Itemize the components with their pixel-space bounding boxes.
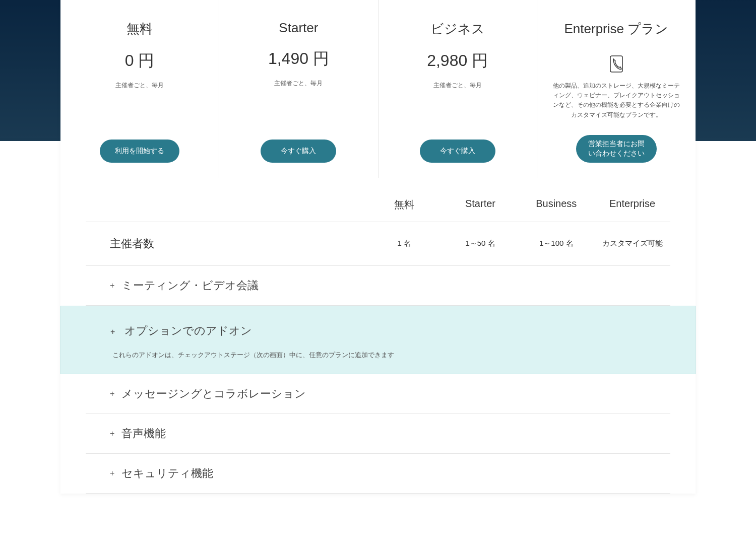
accordion-security[interactable]: + セキュリティ機能 <box>86 454 670 494</box>
plan-card-business: ビジネス 2,980 円 主催者ごと、毎月 今すぐ購入 <box>379 0 537 178</box>
compare-table: 無料 Starter Business Enterprise 主催者数 1 名 … <box>60 178 696 494</box>
compare-header-starter: Starter <box>443 198 519 212</box>
plan-price: 2,980 円 <box>427 50 488 72</box>
plan-card-free: 無料 0 円 主催者ごと、毎月 利用を開始する <box>60 0 219 178</box>
compare-value: 1～100 名 <box>518 239 594 248</box>
compare-value: 1～50 名 <box>443 239 519 248</box>
cta-buy-business[interactable]: 今すぐ購入 <box>420 140 495 163</box>
compare-row-label: 主催者数 <box>86 236 366 251</box>
compare-header-free: 無料 <box>366 198 443 212</box>
plus-icon: + <box>110 389 114 398</box>
accordion-title: ミーティング・ビデオ会議 <box>121 278 259 293</box>
plan-desc: 他の製品、追加のストレージ、大規模なミーティング、ウェビナー、ブレイクアウトセッ… <box>547 81 685 120</box>
cta-contact-sales[interactable]: 営業担当者にお問 い合わせください <box>576 135 657 163</box>
plan-title: ビジネス <box>430 20 485 38</box>
cta-buy-starter[interactable]: 今すぐ購入 <box>261 140 336 163</box>
accordion-subtitle: これらのアドオンは、チェックアウトステージ（次の画面）中に、任意のプランに追加で… <box>110 351 695 360</box>
plan-title: Enterprise プラン <box>564 20 669 38</box>
compare-value: カスタマイズ可能 <box>594 239 670 248</box>
plus-icon: + <box>110 469 114 478</box>
pricing-container: 無料 0 円 主催者ごと、毎月 利用を開始する Starter 1,490 円 … <box>60 0 696 494</box>
plan-card-starter: Starter 1,490 円 主催者ごと、毎月 今すぐ購入 <box>219 0 378 178</box>
phone-icon <box>606 54 626 74</box>
compare-header-empty <box>86 198 366 212</box>
plus-icon: + <box>110 327 115 336</box>
accordion-meetings[interactable]: + ミーティング・ビデオ会議 <box>86 266 670 306</box>
plan-note: 主催者ごと、毎月 <box>274 79 323 88</box>
cta-start-free[interactable]: 利用を開始する <box>100 140 179 163</box>
plan-title: 無料 <box>127 20 153 38</box>
compare-header-row: 無料 Starter Business Enterprise <box>86 178 670 222</box>
plan-price: 1,490 円 <box>268 48 329 70</box>
accordion-title: オプションでのアドオン <box>124 324 252 337</box>
plans-row: 無料 0 円 主催者ごと、毎月 利用を開始する Starter 1,490 円 … <box>60 0 696 178</box>
accordion-title: メッセージングとコラボレーション <box>121 386 306 401</box>
plan-price: 0 円 <box>125 50 155 72</box>
plan-title: Starter <box>279 20 318 36</box>
compare-row-hosts: 主催者数 1 名 1～50 名 1～100 名 カスタマイズ可能 <box>86 222 670 266</box>
plus-icon: + <box>110 429 114 438</box>
plan-card-enterprise: Enterprise プラン 他の製品、追加のストレージ、大規模なミーティング、… <box>537 0 696 178</box>
accordion-addons[interactable]: + オプションでのアドオン これらのアドオンは、チェックアウトステージ（次の画面… <box>60 306 696 374</box>
compare-value: 1 名 <box>366 239 443 248</box>
compare-header-business: Business <box>518 198 594 212</box>
accordion-messaging[interactable]: + メッセージングとコラボレーション <box>86 374 670 414</box>
accordion-title: 音声機能 <box>121 426 166 441</box>
compare-header-enterprise: Enterprise <box>594 198 670 212</box>
accordion-title: セキュリティ機能 <box>121 466 213 481</box>
plus-icon: + <box>110 281 114 290</box>
plan-note: 主催者ごと、毎月 <box>115 81 164 90</box>
accordion-audio[interactable]: + 音声機能 <box>86 414 670 454</box>
plan-note: 主催者ごと、毎月 <box>433 81 482 90</box>
